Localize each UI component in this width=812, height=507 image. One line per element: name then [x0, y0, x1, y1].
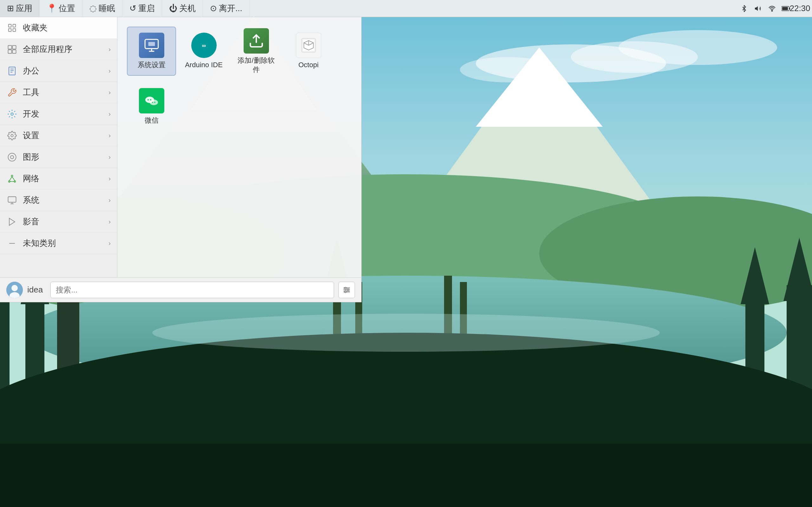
app-wechat[interactable]: 微信	[127, 82, 176, 131]
location-button[interactable]: 📍 位置	[40, 0, 83, 17]
multimedia-icon	[6, 216, 18, 228]
app-system-settings[interactable]: 系统设置	[127, 26, 176, 76]
sidebar-settings-arrow: ›	[108, 132, 111, 139]
sidebar-graphics-arrow: ›	[108, 153, 111, 161]
sleep-label: 睡眠	[99, 3, 115, 14]
taskbar-left: ⊞ 应用 📍 位置 ◌ 睡眠 ↺ 重启 ⏻ 关机 ⊙ 离开...	[0, 0, 250, 17]
add-remove-icon	[244, 28, 269, 54]
svg-marker-64	[9, 218, 15, 225]
sidebar-item-unknown[interactable]: 未知类别 ›	[0, 233, 117, 254]
graphics-icon	[6, 152, 18, 163]
tools-icon	[6, 87, 18, 98]
sidebar-item-system[interactable]: 系统 ›	[0, 189, 117, 211]
octopi-icon	[296, 33, 321, 58]
svg-rect-61	[8, 196, 16, 202]
arduino-label: Arduino IDE	[185, 60, 223, 70]
svg-point-83	[152, 102, 153, 103]
location-label: 位置	[59, 3, 75, 14]
arduino-icon: ∞	[191, 33, 217, 58]
shutdown-label: 关机	[179, 3, 196, 14]
svg-point-34	[152, 314, 660, 352]
username-label: idea	[27, 285, 43, 295]
sidebar-multimedia-arrow: ›	[108, 218, 111, 225]
dev-icon	[6, 108, 18, 120]
apps-menu-button[interactable]: ⊞ 应用	[0, 0, 40, 17]
system-icon	[6, 194, 18, 206]
sidebar-item-favorites[interactable]: 收藏夹	[0, 17, 117, 39]
sidebar-system-label: 系统	[23, 194, 103, 206]
volume-icon[interactable]	[754, 4, 763, 13]
sidebar-allapps-arrow: ›	[108, 46, 111, 53]
svg-rect-40	[13, 24, 16, 27]
system-settings-label: 系统设置	[138, 60, 165, 70]
sidebar-item-multimedia[interactable]: 影音 ›	[0, 211, 117, 233]
restart-button[interactable]: ↺ 重启	[122, 0, 162, 17]
svg-point-84	[154, 102, 155, 103]
app-add-remove[interactable]: 添加/删除软件	[232, 26, 281, 76]
sidebar-tools-label: 工具	[23, 87, 103, 98]
network-sidebar-icon	[6, 173, 18, 184]
svg-rect-47	[9, 67, 15, 75]
sidebar-graphics-label: 图形	[23, 152, 103, 163]
sidebar-item-graphics[interactable]: 图形 ›	[0, 147, 117, 168]
wechat-icon	[139, 88, 164, 113]
svg-line-58	[9, 176, 12, 181]
sidebar-network-arrow: ›	[108, 175, 111, 182]
svg-rect-67	[148, 42, 155, 46]
sidebar-item-office[interactable]: 办公 ›	[0, 60, 117, 82]
app-arduino-ide[interactable]: ∞ Arduino IDE	[179, 26, 229, 76]
unknown-icon	[6, 238, 18, 249]
restart-icon: ↺	[130, 3, 136, 13]
svg-point-82	[150, 99, 151, 101]
svg-text:∞: ∞	[202, 42, 206, 49]
search-input-wrap	[50, 282, 334, 298]
sidebar-unknown-arrow: ›	[108, 239, 111, 247]
leave-button[interactable]: ⊙ 离开...	[203, 0, 250, 17]
sidebar-system-arrow: ›	[108, 196, 111, 204]
application-menu: 收藏夹 全部应用程序 ›	[0, 17, 362, 302]
sidebar-dev-arrow: ›	[108, 110, 111, 118]
svg-point-52	[11, 134, 13, 137]
shutdown-button[interactable]: ⏻ 关机	[162, 0, 203, 17]
svg-rect-45	[8, 50, 12, 53]
svg-rect-42	[13, 29, 16, 32]
sidebar-item-network[interactable]: 网络 ›	[0, 168, 117, 189]
app-octopi[interactable]: Octopi	[284, 26, 333, 76]
bluetooth-icon[interactable]	[740, 4, 749, 13]
svg-point-91	[345, 287, 346, 289]
svg-point-92	[347, 289, 349, 291]
svg-point-4	[618, 30, 777, 65]
leave-icon: ⊙	[210, 3, 217, 13]
menu-body: 收藏夹 全部应用程序 ›	[0, 17, 361, 277]
sidebar-tools-arrow: ›	[108, 89, 111, 96]
sidebar-item-all-apps[interactable]: 全部应用程序 ›	[0, 39, 117, 60]
sidebar-item-dev[interactable]: 开发 ›	[0, 103, 117, 125]
sidebar-item-settings[interactable]: 设置 ›	[0, 125, 117, 147]
svg-point-35	[772, 10, 773, 11]
search-input[interactable]	[50, 282, 334, 298]
sidebar-allapps-label: 全部应用程序	[23, 44, 103, 55]
user-avatar[interactable]	[6, 282, 23, 298]
svg-rect-33	[0, 444, 812, 507]
sleep-button[interactable]: ◌ 睡眠	[83, 0, 122, 17]
sidebar-dev-label: 开发	[23, 108, 103, 119]
sleep-icon: ◌	[90, 3, 97, 13]
add-remove-label: 添加/删除软件	[235, 56, 277, 74]
taskbar-right: 22:30	[740, 4, 812, 13]
svg-rect-39	[9, 24, 11, 27]
restart-label: 重启	[138, 3, 155, 14]
search-bar: idea	[0, 277, 361, 302]
search-options-button[interactable]	[339, 282, 355, 298]
apps-icon: ⊞	[7, 3, 14, 13]
svg-point-54	[10, 156, 14, 159]
svg-point-53	[8, 153, 16, 161]
location-icon: 📍	[47, 3, 57, 13]
network-icon[interactable]	[768, 4, 776, 13]
svg-rect-46	[12, 50, 16, 53]
battery-icon[interactable]	[781, 4, 791, 13]
office-icon	[6, 65, 18, 77]
sidebar-network-label: 网络	[23, 173, 103, 184]
sidebar-item-tools[interactable]: 工具 ›	[0, 82, 117, 103]
apps-label: 应用	[16, 3, 32, 14]
octopi-label: Octopi	[299, 60, 319, 70]
